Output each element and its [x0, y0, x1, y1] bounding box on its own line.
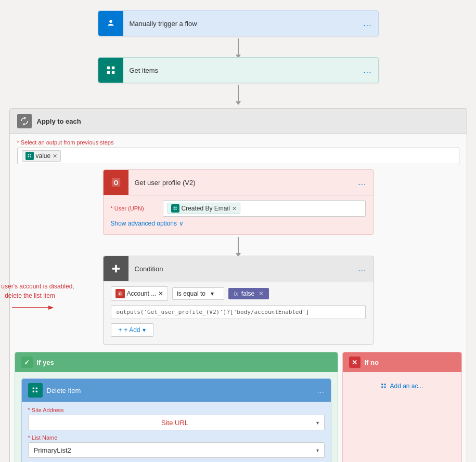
false-pill-remove[interactable]: ✕ — [259, 290, 264, 297]
show-advanced-label: Show advanced options — [111, 220, 177, 227]
plus-icon: + — [119, 326, 122, 334]
tag-icon — [25, 152, 34, 160]
annotation-line2: delete the list item — [5, 292, 55, 299]
outputs-expression: outputs('Get_user_profile_(V2)')?['body/… — [111, 305, 366, 319]
svg-rect-21 — [32, 388, 34, 389]
arrow-1 — [238, 38, 239, 55]
if-no-body: Add an ac... — [343, 372, 461, 400]
list-input[interactable]: PrimaryList2 ▾ — [28, 442, 325, 458]
svg-rect-8 — [30, 156, 31, 157]
annotation-arrow-svg — [7, 302, 54, 313]
delete-card-menu[interactable]: ... — [317, 387, 325, 394]
svg-rect-6 — [30, 154, 31, 155]
add-action-label: Add an ac... — [390, 382, 423, 390]
fx-icon: fx — [234, 291, 238, 297]
svg-rect-22 — [35, 388, 37, 389]
trigger-menu[interactable]: ... — [363, 19, 371, 28]
user-tag-icon — [171, 204, 179, 213]
svg-rect-31 — [382, 387, 383, 388]
condition-detail: O Account ... ✕ is equal to ▾ — [103, 281, 374, 345]
false-pill: fx false ✕ — [228, 288, 269, 299]
operator-label: is equal to — [177, 290, 205, 297]
svg-rect-3 — [107, 71, 110, 74]
trigger-svg — [105, 18, 117, 29]
getitems-svg — [105, 64, 117, 76]
chevron-down-icon: ∨ — [179, 220, 184, 227]
svg-rect-13 — [173, 208, 174, 209]
account-pill: O Account ... ✕ — [111, 286, 169, 301]
site-label: * Site Address — [28, 407, 325, 413]
trigger-card: Manually trigger a flow ... — [98, 10, 379, 36]
if-no-section: ✕ If no Add an ac.. — [342, 352, 462, 462]
svg-rect-1 — [107, 67, 110, 70]
svg-rect-29 — [382, 384, 383, 385]
user-tag: Created By Email ✕ — [168, 203, 240, 214]
add-action-link[interactable]: Add an ac... — [380, 382, 423, 390]
if-yes-label: If yes — [37, 359, 54, 366]
trigger-title: Manually trigger a flow — [123, 20, 359, 28]
value-tag: value ✕ — [22, 150, 61, 162]
list-chevron: ▾ — [316, 447, 319, 453]
svg-rect-7 — [28, 156, 29, 157]
svg-rect-2 — [111, 67, 114, 70]
svg-text:O: O — [119, 292, 121, 296]
condition-title: Condition — [128, 265, 354, 273]
user-tag-remove[interactable]: ✕ — [232, 205, 237, 212]
user-label: * User (UPN) — [111, 205, 158, 212]
if-yes-section: ✓ If yes — [15, 352, 338, 462]
annotation: If the user's account is disabled, delet… — [0, 282, 77, 313]
condition-row: O Account ... ✕ is equal to ▾ — [111, 286, 366, 301]
tag-remove[interactable]: ✕ — [53, 153, 57, 160]
svg-point-0 — [109, 20, 112, 23]
svg-rect-5 — [28, 154, 29, 155]
svg-rect-12 — [175, 207, 176, 208]
delete-card-header: Delete item ... — [22, 379, 331, 402]
user-input[interactable]: Created By Email ✕ — [163, 200, 366, 217]
tag-input: value ✕ — [17, 148, 459, 164]
arrow-2 — [238, 85, 239, 102]
svg-text:O: O — [113, 179, 118, 187]
apply-to-each-title: Apply to each — [37, 117, 81, 125]
if-yes-header: ✓ If yes — [15, 352, 338, 372]
delete-card-title: Delete item — [47, 387, 81, 394]
show-advanced[interactable]: Show advanced options ∨ — [111, 220, 366, 227]
svg-rect-32 — [384, 387, 386, 388]
condition-card: Condition ... — [103, 256, 374, 281]
svg-rect-4 — [111, 71, 114, 74]
svg-marker-16 — [48, 306, 54, 310]
getitems-menu[interactable]: ... — [363, 65, 371, 75]
loop-icon — [17, 114, 32, 128]
add-chevron: ▾ — [143, 326, 146, 334]
add-button[interactable]: + + Add ▾ — [111, 323, 153, 337]
list-value: PrimaryList2 — [34, 446, 71, 454]
apply-to-each-container: Apply to each * Select an output from pr… — [9, 108, 467, 462]
add-action-icon — [380, 382, 388, 390]
user-tag-label: Created By Email — [182, 205, 230, 212]
get-user-title: Get user profile (V2) — [128, 179, 354, 187]
inner-section: O Get user profile (V2) ... * User (UPN) — [17, 164, 459, 462]
if-no-header: ✕ If no — [343, 352, 461, 372]
getitems-icon — [98, 58, 123, 83]
dropdown-chevron: ▾ — [211, 290, 214, 297]
office-icon-2: O — [115, 289, 125, 298]
list-label: * List Name — [28, 434, 325, 441]
trigger-icon — [98, 11, 123, 36]
office-icon: O — [104, 170, 128, 195]
account-label: Account ... — [127, 290, 157, 297]
equals-dropdown[interactable]: is equal to ▾ — [172, 287, 224, 300]
site-url-text: Site URL — [34, 419, 316, 427]
condition-menu[interactable]: ... — [358, 264, 366, 273]
svg-rect-23 — [32, 391, 34, 392]
tag-label: value — [36, 152, 51, 160]
site-input[interactable]: Site URL ▾ — [28, 415, 325, 430]
getitems-title: Get items — [123, 67, 359, 74]
account-pill-remove[interactable]: ✕ — [158, 290, 163, 297]
select-label: * Select an output from previous steps — [17, 139, 459, 146]
get-user-menu[interactable]: ... — [358, 178, 366, 187]
delete-card: Delete item ... * Site Address Site URL … — [21, 378, 331, 462]
delete-card-icon — [28, 383, 43, 398]
svg-rect-18 — [115, 265, 117, 273]
site-chevron: ▾ — [316, 420, 319, 426]
getitems-card: Get items ... — [98, 57, 379, 83]
get-user-card: O Get user profile (V2) ... — [103, 169, 374, 195]
